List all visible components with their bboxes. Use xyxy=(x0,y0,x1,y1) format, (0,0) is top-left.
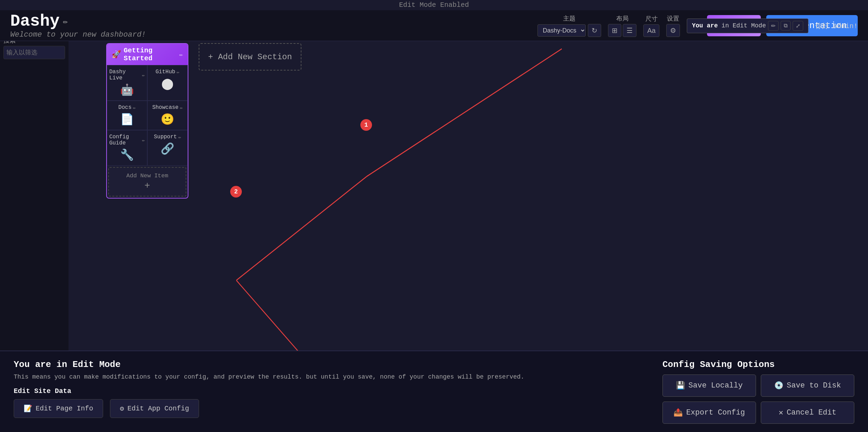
save-locally-label: Save Locally xyxy=(689,381,743,390)
item-github-label: GitHub ✏ xyxy=(156,69,179,75)
item-github[interactable]: GitHub ✏ ⬤ xyxy=(147,65,188,101)
item-support[interactable]: Support ✏ 🔗 xyxy=(147,130,188,166)
section-header: 🚀 Getting Started ✏ xyxy=(107,44,188,65)
github-item-edit-icon[interactable]: ✏ xyxy=(177,69,179,75)
bottom-panel: You are in Edit Mode This means you can … xyxy=(0,351,868,432)
config-save-row-1: 💾 Save Locally 💿 Save to Disk xyxy=(662,374,854,397)
edit-mode-indicator: You are in Edit Mode ✏ ⧉ ⤢ xyxy=(687,18,808,33)
title-edit-icon[interactable]: ✏ xyxy=(63,16,68,26)
support-edit-icon[interactable]: ✏ xyxy=(178,134,181,140)
add-new-item-cell[interactable]: Add New Item + xyxy=(108,167,186,196)
theme-refresh-icon[interactable]: ↻ xyxy=(588,24,601,37)
layout-label: 布局 xyxy=(616,14,629,23)
config-guide-icon: 🔧 xyxy=(120,148,134,162)
layout-list-icon[interactable]: ☰ xyxy=(623,24,636,37)
search-input[interactable] xyxy=(3,46,65,59)
edit-mode-text: You are in Edit Mode xyxy=(692,22,766,29)
edit-mode-title: You are in Edit Mode xyxy=(14,359,642,370)
app-subtitle: Welcome to your new dashboard! xyxy=(10,30,146,39)
config-guide-edit-icon[interactable]: ✏ xyxy=(142,137,145,143)
theme-group: 主题 Dashy-Docs ↻ xyxy=(537,14,601,37)
docs-edit-icon[interactable]: ✏ xyxy=(133,105,136,111)
support-icon: 🔗 xyxy=(161,142,174,156)
edit-app-label: Edit App Config xyxy=(127,405,189,412)
github-icon: ⬤ xyxy=(161,77,174,91)
annotation-2: 2 xyxy=(230,186,242,198)
layout-group: 布局 ⊞ ☰ xyxy=(608,14,636,37)
size-icon[interactable]: Aa xyxy=(643,24,659,37)
item-dashy-live-label: Dashy Live ✏ xyxy=(109,69,145,81)
edit-page-icon: 📝 xyxy=(24,404,32,413)
add-section-label: + Add New Section xyxy=(208,52,292,62)
export-config-icon: 📤 xyxy=(673,408,683,417)
export-config-button[interactable]: 📤 Export Config xyxy=(662,402,756,424)
layout-grid-icon[interactable]: ⊞ xyxy=(608,24,621,37)
cancel-edit-icon: ✕ xyxy=(779,408,783,417)
app-title-row: Dashy ✏ xyxy=(10,12,146,30)
user-greeting: 你好 Admin! xyxy=(815,21,858,30)
showcase-icon: 🙂 xyxy=(161,113,174,126)
item-support-label: Support ✏ xyxy=(154,134,181,140)
item-config-guide-label: Config Guide ✏ xyxy=(109,134,145,146)
toolbar: 主题 Dashy-Docs ↻ 布局 ⊞ ☰ 尺寸 Aa 设置 ⚙ You ar… xyxy=(537,14,858,37)
save-to-disk-button[interactable]: 💿 Save to Disk xyxy=(761,374,854,397)
dashy-live-edit-icon[interactable]: ✏ xyxy=(142,72,145,78)
edit-app-config-button[interactable]: ⚙ Edit App Config xyxy=(110,399,199,418)
theme-label: 主题 xyxy=(563,14,575,23)
save-to-disk-icon: 💿 xyxy=(774,381,783,390)
section-title: Getting Started xyxy=(124,47,176,62)
top-banner: Edit Mode Enabled xyxy=(0,0,868,10)
item-showcase-label: Showcase ✏ xyxy=(152,104,183,111)
edit-site-data-label: Edit Site Data xyxy=(14,387,642,395)
section-rocket-icon: 🚀 xyxy=(112,50,121,59)
save-to-disk-label: Save to Disk xyxy=(787,381,841,390)
item-docs[interactable]: Docs ✏ 📄 xyxy=(107,101,147,130)
export-config-label: Export Config xyxy=(686,408,745,417)
section-edit-icon[interactable]: ✏ xyxy=(179,51,183,58)
top-banner-text: Edit Mode Enabled xyxy=(399,1,469,9)
app-title: Dashy xyxy=(10,12,60,30)
add-item-label: Add New Item xyxy=(126,173,168,179)
add-item-plus-icon: + xyxy=(145,180,150,191)
item-config-guide[interactable]: Config Guide ✏ 🔧 xyxy=(107,130,147,166)
config-saving-title: Config Saving Options xyxy=(662,359,854,370)
edit-mode-desc: This means you can make modifications to… xyxy=(14,372,642,382)
getting-started-section: 🚀 Getting Started ✏ Dashy Live ✏ 🤖 GitHu… xyxy=(106,43,188,199)
add-new-section-button[interactable]: + Add New Section xyxy=(199,43,301,71)
bottom-left-actions: 📝 Edit Page Info ⚙ Edit App Config xyxy=(14,399,642,418)
logo-area: Dashy ✏ Welcome to your new dashboard! xyxy=(10,12,146,39)
size-group: 尺寸 Aa xyxy=(643,15,659,37)
svg-line-2 xyxy=(367,49,562,177)
item-showcase[interactable]: Showcase ✏ 🙂 xyxy=(147,101,188,130)
edit-copy-icon[interactable]: ⧉ xyxy=(781,21,791,30)
cancel-edit-button[interactable]: ✕ Cancel Edit xyxy=(761,402,854,424)
edit-page-label: Edit Page Info xyxy=(36,405,93,412)
item-dashy-live[interactable]: Dashy Live ✏ 🤖 xyxy=(107,65,147,101)
items-grid: Dashy Live ✏ 🤖 GitHub ✏ ⬤ Docs ✏ 📄 xyxy=(107,65,188,198)
settings-group: 设置 ⚙ xyxy=(666,14,680,37)
svg-line-0 xyxy=(236,177,367,280)
annotation-1: 1 xyxy=(360,119,372,131)
edit-app-icon: ⚙ xyxy=(120,404,124,413)
save-locally-icon: 💾 xyxy=(676,381,685,390)
showcase-edit-icon[interactable]: ✏ xyxy=(180,105,183,111)
config-saving-section: Config Saving Options 💾 Save Locally 💿 S… xyxy=(662,359,854,424)
edit-pencil-icon[interactable]: ✏ xyxy=(768,21,779,31)
docs-icon: 📄 xyxy=(120,113,134,126)
settings-label: 设置 xyxy=(667,14,679,23)
dashy-live-icon: 🤖 xyxy=(120,83,134,97)
theme-select[interactable]: Dashy-Docs xyxy=(537,24,586,37)
size-label: 尺寸 xyxy=(645,15,658,23)
edit-expand-icon[interactable]: ⤢ xyxy=(793,21,803,31)
bottom-left-section: You are in Edit Mode This means you can … xyxy=(14,359,642,424)
settings-icon[interactable]: ⚙ xyxy=(666,24,680,37)
edit-page-info-button[interactable]: 📝 Edit Page Info xyxy=(14,399,103,418)
save-locally-button[interactable]: 💾 Save Locally xyxy=(662,374,756,397)
item-docs-label: Docs ✏ xyxy=(119,104,136,111)
cancel-edit-label: Cancel Edit xyxy=(787,408,836,417)
config-save-row-2: 📤 Export Config ✕ Cancel Edit xyxy=(662,402,854,424)
